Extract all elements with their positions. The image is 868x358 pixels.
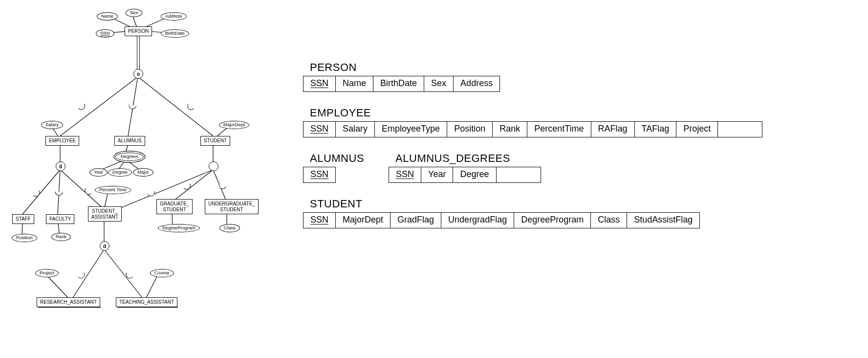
column-taflag: TAFlag bbox=[634, 122, 676, 137]
entity-staff: STAFF bbox=[12, 214, 34, 224]
attr-majordept: MajorDept bbox=[219, 121, 249, 129]
entity-underline bbox=[117, 307, 178, 308]
column-class: Class bbox=[591, 213, 627, 228]
attr-major: Major bbox=[133, 168, 153, 177]
column-undergradflag: UndergradFlag bbox=[441, 213, 514, 228]
column-rank: Rank bbox=[493, 122, 527, 137]
entity-employee: EMPLOYEE bbox=[45, 136, 79, 146]
attr-degrees: Degrees bbox=[115, 153, 144, 161]
eer-diagram: PERSON Name Sex Address SSN BirthDate o … bbox=[0, 0, 303, 358]
entity-teaching-assistant: TEACHING_ASSISTANT bbox=[116, 297, 177, 307]
relation-title: PERSON bbox=[310, 61, 841, 74]
total-participation-line bbox=[137, 35, 140, 69]
attr-salary: Salary bbox=[41, 121, 63, 129]
column-studassistflag: StudAssistFlag bbox=[627, 213, 700, 228]
column-ssn: SSN bbox=[304, 213, 336, 228]
column-majordept: MajorDept bbox=[336, 213, 391, 228]
svg-line-5 bbox=[60, 77, 138, 136]
attr-address: Address bbox=[161, 12, 187, 21]
entity-underline bbox=[38, 307, 101, 308]
column-address: Address bbox=[454, 76, 500, 92]
column-ssn: SSN bbox=[304, 122, 336, 137]
attr-name: Name bbox=[97, 12, 118, 21]
column-name: Name bbox=[336, 76, 373, 92]
svg-line-28 bbox=[126, 144, 128, 153]
relation-alumnus-group: ALUMNUS SSN ALUMNUS_DEGREES SSN Year Deg… bbox=[303, 152, 841, 183]
relation-employee: EMPLOYEE SSN Salary EmployeeType Positio… bbox=[303, 107, 841, 137]
spec-disjoint-circle-assistant: d bbox=[100, 241, 109, 251]
svg-line-16 bbox=[172, 170, 213, 202]
entity-undergraduate-student: UNDERGRADUATE_ STUDENT bbox=[205, 199, 259, 214]
column-raflag: RAFlag bbox=[591, 122, 634, 137]
spec-overlap-circle: o bbox=[133, 69, 143, 79]
attr-birthdate: BirthDate bbox=[161, 29, 189, 38]
relation-table: SSN Name BirthDate Sex Address bbox=[303, 76, 500, 92]
column-birthdate: BirthDate bbox=[373, 76, 424, 92]
entity-graduate-student: GRADUATE_ STUDENT bbox=[156, 199, 193, 214]
attr-course: Course bbox=[150, 269, 174, 277]
attr-degreeprogram: DegreeProgram bbox=[158, 224, 200, 232]
column-position: Position bbox=[447, 122, 493, 137]
svg-line-27 bbox=[145, 273, 159, 301]
relation-title: STUDENT bbox=[310, 198, 841, 210]
attr-percent-time: Percent Time bbox=[95, 186, 131, 194]
column-blank bbox=[718, 122, 762, 137]
relation-person: PERSON SSN Name BirthDate Sex Address bbox=[303, 61, 841, 92]
column-ssn: SSN bbox=[304, 167, 336, 183]
entity-alumnus: ALUMNUS bbox=[114, 136, 145, 146]
svg-line-25 bbox=[104, 249, 145, 301]
relation-table: SSN Salary EmployeeType Position Rank Pe… bbox=[303, 121, 762, 137]
column-blank bbox=[496, 167, 541, 183]
column-employeetype: EmployeeType bbox=[375, 122, 447, 137]
entity-person: PERSON bbox=[125, 26, 152, 36]
svg-line-7 bbox=[138, 77, 213, 136]
column-sex: Sex bbox=[424, 76, 454, 92]
column-degreeprogram: DegreeProgram bbox=[514, 213, 591, 228]
relation-title: ALUMNUS bbox=[310, 152, 364, 165]
column-percenttime: PercentTime bbox=[527, 122, 591, 137]
attr-class: Class bbox=[219, 224, 240, 232]
attr-year: Year bbox=[89, 168, 108, 177]
svg-line-24 bbox=[71, 249, 104, 301]
entity-research-assistant: RESEARCH_ASSISTANT bbox=[37, 297, 100, 307]
column-degree: Degree bbox=[453, 167, 496, 183]
attr-ssn: SSN bbox=[96, 29, 114, 38]
relation-table: SSN MajorDept GradFlag UndergradFlag Deg… bbox=[303, 212, 700, 228]
relational-schema-panel: PERSON SSN Name BirthDate Sex Address EM… bbox=[303, 61, 841, 243]
relation-table: SSN bbox=[303, 167, 336, 183]
column-salary: Salary bbox=[336, 122, 375, 137]
attr-rank: Rank bbox=[51, 233, 71, 241]
entity-faculty: FACULTY bbox=[46, 214, 74, 224]
column-ssn: SSN bbox=[304, 76, 336, 92]
attr-degree: Degree bbox=[108, 168, 132, 177]
relation-table: SSN Year Degree bbox=[389, 167, 541, 183]
svg-line-11 bbox=[22, 170, 60, 214]
attr-sex: Sex bbox=[126, 9, 142, 17]
column-year: Year bbox=[421, 167, 453, 183]
relation-student: STUDENT SSN MajorDept GradFlag Undergrad… bbox=[303, 198, 841, 228]
entity-student: STUDENT bbox=[200, 136, 230, 146]
column-ssn: SSN bbox=[389, 167, 421, 183]
relation-title: ALUMNUS_DEGREES bbox=[395, 152, 541, 165]
relation-title: EMPLOYEE bbox=[310, 107, 841, 119]
spec-circle-student bbox=[209, 161, 218, 171]
attr-project: Project bbox=[35, 269, 59, 277]
column-gradflag: GradFlag bbox=[391, 213, 441, 228]
spec-disjoint-circle-employee: d bbox=[56, 161, 65, 171]
entity-student-assistant: STUDENT_ ASSISTANT bbox=[88, 206, 122, 222]
attr-position: Position bbox=[12, 234, 37, 242]
column-project: Project bbox=[676, 122, 718, 137]
